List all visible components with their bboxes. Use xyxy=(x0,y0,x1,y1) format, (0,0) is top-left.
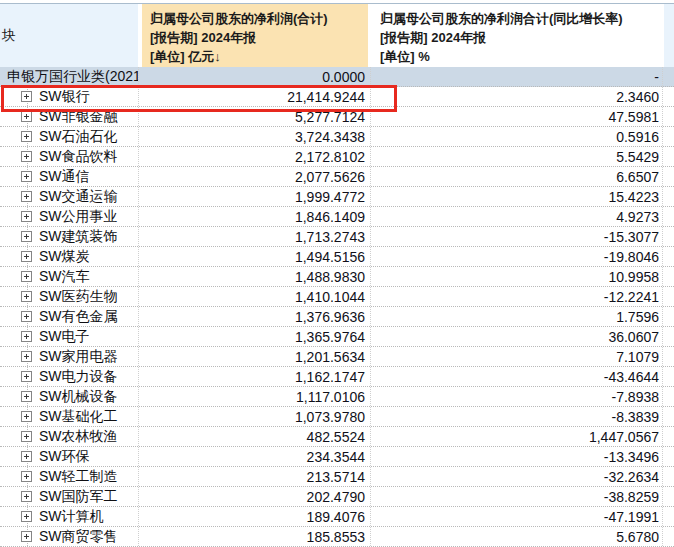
table-row[interactable]: SW银行 21,414.9244 2.3460 xyxy=(0,87,674,107)
net-profit-value: 1,713.2743 xyxy=(139,227,371,246)
growth-header-unit: [单位] % xyxy=(380,47,661,66)
expand-plus-icon[interactable] xyxy=(21,191,32,202)
table-row[interactable]: SW建筑装饰 1,713.2743 -15.3077 xyxy=(0,227,674,247)
expand-plus-icon[interactable] xyxy=(21,411,32,422)
sector-label: SW计算机 xyxy=(39,508,104,526)
table-row[interactable]: SW医药生物 1,410.1044 -12.2241 xyxy=(0,287,674,307)
table-row[interactable]: SW公用事业 1,846.1409 4.9273 xyxy=(0,207,674,227)
column-header-net-profit[interactable]: 归属母公司股东的净利润(合计) [报告期] 2024年报 [单位] 亿元↓ xyxy=(142,4,368,67)
growth-rate-value: -38.8259 xyxy=(371,487,663,506)
growth-rate-value: -15.3077 xyxy=(371,227,663,246)
expand-plus-icon[interactable] xyxy=(21,211,32,222)
table-row[interactable]: SW环保 234.3544 -13.3496 xyxy=(0,447,674,467)
expand-plus-icon[interactable] xyxy=(21,111,32,122)
expand-plus-icon[interactable] xyxy=(21,171,32,182)
sector-label: SW交通运输 xyxy=(39,188,118,206)
net-profit-value: 189.4076 xyxy=(139,507,371,526)
table-row[interactable]: SW石油石化 3,724.3438 0.5916 xyxy=(0,127,674,147)
table-row[interactable]: SW国防军工 202.4790 -38.8259 xyxy=(0,487,674,507)
net-profit-value: 3,724.3438 xyxy=(139,127,371,146)
sector-label: SW银行 xyxy=(39,88,90,106)
net-profit-value: 21,414.9244 xyxy=(139,87,371,106)
sector-label: 申银万国行业类(2021) xyxy=(7,68,139,86)
expand-plus-icon[interactable] xyxy=(21,291,32,302)
expand-plus-icon[interactable] xyxy=(21,231,32,242)
net-profit-value: 1,376.9636 xyxy=(139,307,371,326)
table-row[interactable]: SW机械设备 1,117.0106 -7.8938 xyxy=(0,387,674,407)
net-profit-value: 2,077.5626 xyxy=(139,167,371,186)
table-row[interactable]: SW家用电器 1,201.5634 7.1079 xyxy=(0,347,674,367)
table-row[interactable]: SW电子 1,365.9764 36.0607 xyxy=(0,327,674,347)
sector-label: SW机械设备 xyxy=(39,388,118,406)
table-row[interactable]: SW食品饮料 2,172.8102 5.5429 xyxy=(0,147,674,167)
sector-label: SW汽车 xyxy=(39,268,90,286)
table-row[interactable]: SW农林牧渔 482.5524 1,447.0567 xyxy=(0,427,674,447)
sort-descending-icon[interactable]: ↓ xyxy=(214,49,221,64)
sector-label: SW家用电器 xyxy=(39,348,118,366)
table-row[interactable]: SW汽车 1,488.9830 10.9958 xyxy=(0,267,674,287)
table-row[interactable]: SW计算机 189.4076 -47.1991 xyxy=(0,507,674,527)
expand-plus-icon[interactable] xyxy=(21,511,32,522)
growth-header-period: [报告期] 2024年报 xyxy=(380,28,661,47)
expand-plus-icon[interactable] xyxy=(21,391,32,402)
net-profit-header-title: 归属母公司股东的净利润(合计) xyxy=(150,9,368,28)
growth-rate-value: -13.3496 xyxy=(371,447,663,466)
growth-header-title: 归属母公司股东的净利润合计(同比增长率) xyxy=(380,9,661,28)
sector-label: SW国防军工 xyxy=(39,488,118,506)
expand-plus-icon[interactable] xyxy=(21,131,32,142)
expand-plus-icon[interactable] xyxy=(21,91,32,102)
financial-terminal-table: 块 归属母公司股东的净利润(合计) [报告期] 2024年报 [单位] 亿元↓ … xyxy=(0,0,674,547)
growth-rate-value: 1,447.0567 xyxy=(371,427,663,446)
table-row[interactable]: SW商贸零售 185.8553 5.6780 xyxy=(0,527,674,547)
expand-plus-icon[interactable] xyxy=(21,251,32,262)
expand-plus-icon[interactable] xyxy=(21,151,32,162)
net-profit-value: 1,494.5156 xyxy=(139,247,371,266)
expand-plus-icon[interactable] xyxy=(21,451,32,462)
sector-label: SW通信 xyxy=(39,168,90,186)
column-header-growth-rate[interactable]: 归属母公司股东的净利润合计(同比增长率) [报告期] 2024年报 [单位] % xyxy=(372,4,661,67)
table-row[interactable]: SW轻工制造 213.5714 -32.2634 xyxy=(0,467,674,487)
expand-plus-icon[interactable] xyxy=(21,471,32,482)
sector-label: SW基础化工 xyxy=(39,408,118,426)
expand-plus-icon[interactable] xyxy=(21,331,32,342)
table-row[interactable]: SW非银金融 5,277.7124 47.5981 xyxy=(0,107,674,127)
sector-label: SW煤炭 xyxy=(39,248,90,266)
net-profit-value: 1,365.9764 xyxy=(139,327,371,346)
table-row[interactable]: SW电力设备 1,162.1747 -43.4644 xyxy=(0,367,674,387)
table-row[interactable]: SW基础化工 1,073.9780 -8.3839 xyxy=(0,407,674,427)
table-row[interactable]: SW交通运输 1,999.4772 15.4223 xyxy=(0,187,674,207)
table-row[interactable]: SW有色金属 1,376.9636 1.7596 xyxy=(0,307,674,327)
growth-rate-value: -12.2241 xyxy=(371,287,663,306)
expand-plus-icon[interactable] xyxy=(21,351,32,362)
column-header-sector[interactable]: 块 xyxy=(0,4,138,67)
net-profit-value: 0.0000 xyxy=(139,67,371,86)
net-profit-value: 1,488.9830 xyxy=(139,267,371,286)
growth-rate-value: - xyxy=(371,67,663,86)
net-profit-value: 1,162.1747 xyxy=(139,367,371,386)
growth-rate-value: -43.4644 xyxy=(371,367,663,386)
table-row[interactable]: SW通信 2,077.5626 6.6507 xyxy=(0,167,674,187)
table-row[interactable]: 申银万国行业类(2021) 0.0000 - xyxy=(0,67,674,87)
sector-label: SW石油石化 xyxy=(39,128,118,146)
growth-rate-value: -32.2634 xyxy=(371,467,663,486)
net-profit-value: 5,277.7124 xyxy=(139,107,371,126)
expand-plus-icon[interactable] xyxy=(21,371,32,382)
expand-plus-icon[interactable] xyxy=(21,431,32,442)
sector-label: SW食品饮料 xyxy=(39,148,118,166)
growth-rate-value: 6.6507 xyxy=(371,167,663,186)
growth-rate-value: 1.7596 xyxy=(371,307,663,326)
sector-label: SW医药生物 xyxy=(39,288,118,306)
expand-plus-icon[interactable] xyxy=(21,311,32,322)
net-profit-value: 1,073.9780 xyxy=(139,407,371,426)
table-row[interactable]: SW煤炭 1,494.5156 -19.8046 xyxy=(0,247,674,267)
net-profit-value: 1,117.0106 xyxy=(139,387,371,406)
sector-label: SW电力设备 xyxy=(39,368,118,386)
sector-label: SW商贸零售 xyxy=(39,528,118,546)
expand-plus-icon[interactable] xyxy=(21,491,32,502)
sector-label: SW农林牧渔 xyxy=(39,428,118,446)
expand-plus-icon[interactable] xyxy=(21,531,32,542)
expand-plus-icon[interactable] xyxy=(21,271,32,282)
net-profit-value: 213.5714 xyxy=(139,467,371,486)
growth-rate-value: 4.9273 xyxy=(371,207,663,226)
growth-rate-value: 2.3460 xyxy=(371,87,663,106)
